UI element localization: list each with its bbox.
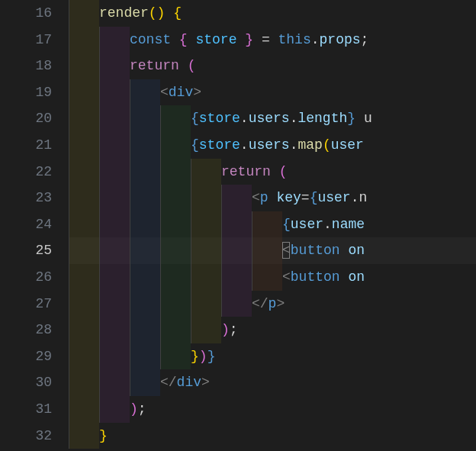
line-number: 26: [0, 264, 52, 291]
token: [179, 58, 188, 73]
code-line-content: <div>: [69, 79, 201, 106]
token: <: [282, 269, 291, 285]
code-line[interactable]: return (: [69, 159, 476, 185]
token: this: [278, 32, 311, 47]
line-number: 16: [0, 0, 52, 27]
code-editor[interactable]: 1617181920212223242526272829303132 rende…: [0, 0, 476, 451]
code-line-content: <button on: [69, 264, 365, 291]
code-line[interactable]: render() {: [69, 0, 476, 27]
token: <: [282, 243, 291, 258]
token: div: [169, 85, 193, 100]
token: div: [177, 375, 201, 390]
code-line-content: }: [69, 423, 108, 449]
code-line[interactable]: })}: [69, 343, 476, 370]
code-line[interactable]: const { store } = this.props;: [69, 27, 476, 53]
code-line[interactable]: {store.users.map(user: [69, 132, 476, 159]
code-line[interactable]: {user.name: [69, 211, 476, 238]
token: props: [320, 32, 361, 47]
token: button: [291, 269, 340, 285]
line-number: 22: [0, 159, 52, 185]
code-line[interactable]: {store.users.length} u: [69, 105, 476, 132]
token: ;: [361, 32, 369, 47]
code-line[interactable]: </p>: [69, 291, 476, 317]
token: [236, 32, 245, 47]
token: >: [276, 296, 285, 311]
token: [340, 243, 349, 258]
token: {: [310, 190, 318, 205]
line-number: 24: [0, 211, 52, 238]
token: store: [195, 32, 236, 47]
line-number: 29: [0, 343, 52, 370]
token: u: [355, 111, 372, 126]
token: users: [249, 111, 290, 126]
code-content-area[interactable]: render() {const { store } = this.props;r…: [69, 0, 476, 451]
token: (: [188, 58, 196, 73]
code-line-content: );: [69, 317, 238, 343]
token: </: [160, 375, 177, 390]
code-line-content: {store.users.length} u: [69, 105, 372, 132]
code-line[interactable]: );: [69, 317, 476, 343]
code-line[interactable]: <button on: [69, 264, 476, 291]
code-line-content: return (: [69, 159, 287, 185]
code-line[interactable]: </div>: [69, 369, 476, 396]
token: ): [221, 322, 230, 337]
line-number: 18: [0, 53, 52, 79]
code-line-content: </div>: [69, 369, 210, 396]
code-line[interactable]: <p key={user.n: [69, 185, 476, 211]
code-line-content: );: [69, 396, 146, 423]
code-line-content: })}: [69, 343, 215, 370]
token: {: [282, 217, 291, 232]
code-line[interactable]: <button on: [69, 237, 476, 264]
token: users: [249, 137, 290, 153]
token: [165, 5, 173, 21]
token: .: [240, 111, 249, 126]
line-number: 25: [0, 237, 52, 264]
line-number: 27: [0, 291, 52, 317]
token: map: [298, 137, 322, 153]
line-number: 23: [0, 185, 52, 211]
token: [271, 164, 279, 179]
token: {: [179, 32, 188, 47]
token: user: [291, 217, 323, 232]
code-line[interactable]: }: [69, 423, 476, 449]
code-line-content: {store.users.map(user: [69, 132, 372, 159]
token: {: [173, 5, 182, 21]
code-line-content: const { store } = this.props;: [69, 27, 368, 53]
token: }: [245, 32, 253, 47]
token: (): [149, 5, 166, 21]
line-number: 20: [0, 105, 52, 132]
code-line[interactable]: );: [69, 396, 476, 423]
token: </: [252, 296, 269, 311]
line-number: 28: [0, 317, 52, 343]
code-line-content: render() {: [69, 0, 182, 27]
token: =: [301, 190, 310, 205]
code-line-content: return (: [69, 53, 195, 79]
token: {: [191, 111, 199, 126]
token: return: [221, 164, 271, 179]
line-number: 32: [0, 423, 52, 449]
token: name: [332, 217, 365, 232]
token: (: [323, 137, 331, 153]
token: }: [99, 428, 108, 443]
token: ): [199, 349, 207, 364]
token: }: [347, 111, 355, 126]
line-number: 31: [0, 396, 52, 423]
token: p: [260, 190, 269, 205]
token: key: [276, 190, 301, 205]
token: [171, 32, 179, 47]
code-line[interactable]: <div>: [69, 79, 476, 106]
line-number: 17: [0, 27, 52, 53]
line-number: 19: [0, 79, 52, 106]
token: }: [191, 349, 199, 364]
token: button: [291, 243, 340, 258]
token: <: [252, 190, 260, 205]
token: (: [279, 164, 288, 179]
token: [188, 32, 196, 47]
token: [364, 137, 372, 153]
token: [340, 269, 349, 285]
token: .: [290, 137, 298, 153]
line-number: 21: [0, 132, 52, 159]
token: >: [193, 85, 201, 100]
code-line[interactable]: return (: [69, 53, 476, 79]
line-number-gutter: 1617181920212223242526272829303132: [0, 0, 69, 451]
